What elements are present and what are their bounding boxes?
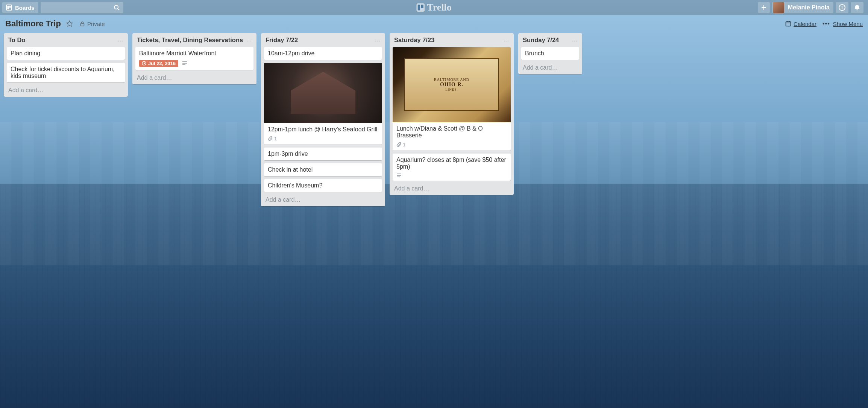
add-card-button[interactable]: Add a card…: [264, 195, 382, 203]
boards-button-label: Boards: [15, 5, 35, 11]
calendar-link[interactable]: Calendar: [794, 21, 816, 27]
card-text: Brunch: [525, 50, 575, 57]
card[interactable]: BALTIMORE ANDOHIO R.LINES.Lunch w/Diana …: [393, 47, 511, 151]
star-icon[interactable]: [66, 20, 73, 27]
notifications-button[interactable]: [851, 2, 863, 13]
add-card-button[interactable]: Add a card…: [393, 184, 511, 192]
board-header: Baltimore Trip Private Calendar ••• Show…: [0, 15, 868, 31]
bell-icon: [854, 4, 860, 11]
board-visibility[interactable]: Private: [87, 21, 105, 27]
card-badges: [396, 173, 507, 178]
card[interactable]: Check for ticket discounts to Aquarium, …: [7, 63, 125, 82]
card-text: Aquarium? closes at 8pm (save $50 after …: [396, 157, 507, 170]
info-button[interactable]: [836, 2, 848, 13]
card[interactable]: 10am-12pm drive: [264, 47, 382, 60]
trello-logo-icon: [416, 3, 425, 12]
card-badges: Jul 22, 2016: [139, 60, 250, 67]
card-text: Lunch w/Diana & Scott @ B & O Brasserie: [396, 125, 507, 139]
attachment-badge: 1: [268, 136, 277, 142]
svg-rect-12: [80, 23, 84, 26]
card[interactable]: Baltimore Marriott WaterfrontJul 22, 201…: [135, 47, 253, 70]
description-badge: [182, 61, 187, 65]
svg-rect-2: [9, 6, 11, 8]
list-menu-button[interactable]: …: [246, 36, 252, 43]
search-input[interactable]: [41, 2, 123, 13]
list: To Do…Plan diningCheck for ticket discou…: [4, 33, 128, 97]
calendar-icon: [785, 21, 791, 27]
list: Sunday 7/24…BrunchAdd a card…: [518, 33, 582, 74]
svg-rect-10: [842, 7, 842, 9]
add-card-button[interactable]: Add a card…: [135, 73, 253, 81]
card-badges: 1: [268, 136, 378, 142]
list: Tickets, Travel, Dining Reservations…Bal…: [132, 33, 256, 84]
card[interactable]: Brunch: [521, 47, 579, 60]
card[interactable]: Aquarium? closes at 8pm (save $50 after …: [393, 154, 511, 181]
list-title[interactable]: Tickets, Travel, Dining Reservations: [137, 36, 243, 44]
card-text: Check for ticket discounts to Aquarium, …: [11, 66, 121, 79]
svg-rect-7: [421, 5, 423, 8]
card[interactable]: Plan dining: [7, 47, 125, 60]
list: Saturday 7/23…BALTIMORE ANDOHIO R.LINES.…: [390, 33, 514, 195]
list-header: Friday 7/22…: [264, 36, 382, 44]
svg-rect-1: [8, 6, 9, 9]
svg-rect-0: [6, 5, 12, 10]
board-icon: [6, 5, 12, 11]
list-menu-button[interactable]: …: [503, 36, 509, 43]
create-button[interactable]: [758, 2, 770, 13]
list-header: To Do…: [7, 36, 125, 44]
svg-point-3: [114, 5, 118, 9]
list-title[interactable]: Friday 7/22: [266, 36, 298, 44]
list-title[interactable]: To Do: [8, 36, 26, 44]
show-menu-link[interactable]: Show Menu: [833, 21, 863, 27]
card-text: Baltimore Marriott Waterfront: [139, 50, 250, 57]
lock-icon: [80, 21, 85, 26]
board-name[interactable]: Baltimore Trip: [5, 19, 61, 29]
boards-button[interactable]: Boards: [2, 2, 38, 13]
list-menu-button[interactable]: …: [375, 36, 381, 43]
svg-line-4: [118, 9, 119, 10]
card-text: 12pm-1pm lunch @ Harry's Seafood Grill: [268, 126, 378, 133]
card-cover: [264, 63, 382, 123]
info-icon: [839, 4, 845, 11]
card[interactable]: 1pm-3pm drive: [264, 148, 382, 160]
svg-rect-13: [786, 22, 791, 26]
list: Friday 7/22…10am-12pm drive12pm-1pm lunc…: [261, 33, 385, 206]
trello-logo[interactable]: Trello: [416, 2, 451, 13]
card-text: 1pm-3pm drive: [268, 151, 378, 157]
list-header: Saturday 7/23…: [393, 36, 511, 44]
trello-logo-text: Trello: [427, 2, 451, 13]
card-text: Plan dining: [11, 50, 121, 57]
card[interactable]: Children's Museum?: [264, 179, 382, 192]
card-badges: 1: [396, 142, 507, 148]
card[interactable]: Check in at hotel: [264, 163, 382, 176]
list-menu-button[interactable]: …: [572, 36, 578, 43]
add-card-button[interactable]: Add a card…: [521, 63, 579, 71]
avatar: [773, 2, 784, 13]
user-menu[interactable]: Melanie Pinola: [772, 2, 833, 13]
ellipsis-icon: •••: [822, 20, 830, 27]
svg-point-9: [842, 6, 842, 6]
list-header: Tickets, Travel, Dining Reservations…: [135, 36, 253, 44]
global-header: Boards Trello Melanie Pinola: [0, 0, 868, 15]
list-title[interactable]: Saturday 7/23: [394, 36, 434, 44]
list-title[interactable]: Sunday 7/24: [523, 36, 559, 44]
attachment-badge: 1: [396, 142, 406, 148]
card-cover: BALTIMORE ANDOHIO R.LINES.: [393, 47, 511, 122]
board-canvas[interactable]: To Do…Plan diningCheck for ticket discou…: [0, 31, 868, 218]
plus-icon: [761, 5, 767, 11]
card[interactable]: 12pm-1pm lunch @ Harry's Seafood Grill1: [264, 63, 382, 145]
card-text: Children's Museum?: [268, 182, 378, 189]
search-icon: [114, 5, 120, 11]
card-text: 10am-12pm drive: [268, 50, 378, 57]
add-card-button[interactable]: Add a card…: [7, 85, 125, 94]
description-badge: [396, 173, 402, 178]
card-text: Check in at hotel: [268, 166, 378, 173]
due-badge: Jul 22, 2016: [139, 60, 178, 67]
list-menu-button[interactable]: …: [117, 36, 123, 43]
user-name: Melanie Pinola: [788, 4, 830, 11]
svg-rect-6: [418, 5, 420, 10]
svg-point-11: [856, 9, 857, 10]
svg-rect-5: [416, 3, 425, 12]
list-header: Sunday 7/24…: [521, 36, 579, 44]
